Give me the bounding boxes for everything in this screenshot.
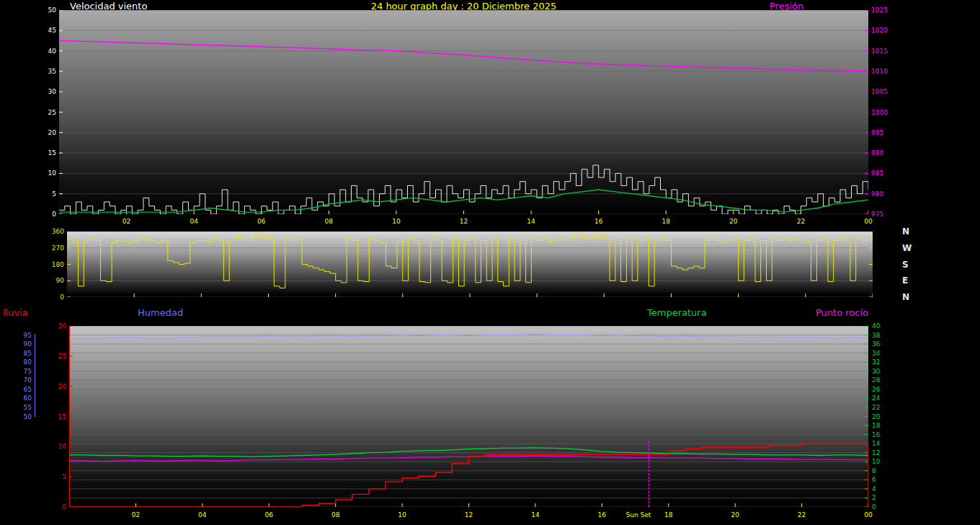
- axis-tick-label: 90: [56, 277, 64, 284]
- axis-tick-label: 10: [48, 169, 56, 177]
- x-tick-label: 00: [864, 511, 872, 519]
- axis-tick-label: 5: [62, 473, 66, 480]
- x-tick-label: 04: [190, 218, 197, 225]
- axis-tick-label: 32: [872, 358, 880, 366]
- axis-tick-label: 1015: [871, 48, 888, 55]
- axis-tick-label: 70: [24, 376, 32, 384]
- axis-tick-label: 24: [872, 394, 880, 402]
- axis-tick-label: 990: [871, 149, 883, 156]
- humidity-label: Humedad: [138, 307, 183, 318]
- axis-tick-label: 36: [872, 340, 880, 348]
- compass-letter: W: [902, 243, 912, 253]
- axis-tick-label: 180: [52, 261, 64, 268]
- axis-tick-label: 15: [58, 413, 66, 420]
- axis-tick-label: 0: [60, 294, 64, 301]
- axis-tick-label: 50: [24, 413, 32, 420]
- compass-letter: S: [902, 260, 909, 270]
- axis-tick-label: 90: [24, 340, 32, 348]
- wind-direction-axis: 360270180900: [40, 231, 64, 297]
- axis-tick-label: 14: [872, 440, 880, 447]
- axis-tick-label: 30: [58, 322, 66, 330]
- axis-tick-label: 95: [24, 332, 32, 339]
- compass-letter: E: [902, 275, 908, 286]
- axis-tick-label: 30: [872, 368, 880, 375]
- wind-direction-chart-canvas: [67, 231, 873, 297]
- axis-tick-label: 8: [872, 467, 876, 475]
- axis-tick-label: 975: [871, 211, 883, 218]
- compass-axis: NWSEN: [902, 231, 914, 297]
- axis-tick-label: 985: [871, 169, 883, 177]
- axis-tick-label: 995: [871, 129, 883, 136]
- axis-tick-label: 5: [52, 190, 56, 198]
- axis-tick-label: 40: [48, 48, 56, 55]
- x-tick-label: 12: [465, 511, 473, 519]
- x-tick-label: 02: [122, 218, 130, 225]
- x-tick-label: 08: [325, 218, 333, 225]
- x-tick-label: 18: [664, 511, 672, 519]
- axis-tick-label: 10: [58, 443, 66, 450]
- x-tick-label: 00: [864, 218, 872, 225]
- axis-tick-label: 28: [872, 376, 880, 384]
- dew-point-label: Punto rocío: [816, 307, 868, 318]
- rain-label: lluvia: [3, 307, 28, 318]
- x-tick-label: 20: [729, 218, 737, 225]
- axis-tick-label: 85: [24, 350, 32, 357]
- axis-tick-label: 35: [48, 68, 56, 75]
- rain-humidity-temp-chart-canvas: [69, 326, 868, 507]
- x-tick-label: 20: [731, 511, 739, 519]
- x-tick-label: 06: [265, 511, 273, 519]
- axis-tick-label: 2: [872, 494, 876, 501]
- axis-tick-label: 12: [872, 449, 880, 456]
- sunset-label: Sun Set: [626, 511, 651, 519]
- axis-tick-label: 270: [52, 244, 64, 252]
- x-tick-label: 12: [460, 218, 468, 225]
- axis-tick-label: 1020: [871, 27, 888, 34]
- axis-tick-label: 0: [872, 503, 876, 511]
- bottom-x-axis: Sun Set 020406081012141618202200: [69, 510, 868, 520]
- temperature-axis: 4038363432302826242220181614121086420: [872, 326, 894, 507]
- axis-tick-label: 1000: [871, 109, 888, 116]
- axis-tick-label: 20: [872, 413, 880, 420]
- rain-humidity-temp-chart: [69, 326, 868, 507]
- x-tick-label: 22: [797, 218, 805, 225]
- axis-tick-label: 45: [48, 27, 56, 34]
- x-tick-label: 04: [198, 511, 206, 519]
- axis-tick-label: 26: [872, 386, 880, 393]
- axis-tick-label: 38: [872, 332, 880, 339]
- x-tick-label: 08: [331, 511, 339, 519]
- humidity-axis: 95908580757065605550: [13, 326, 32, 507]
- axis-tick-label: 18: [872, 422, 880, 429]
- axis-tick-label: 25: [58, 353, 66, 360]
- axis-tick-label: 30: [48, 88, 56, 95]
- x-tick-label: 18: [662, 218, 670, 225]
- axis-tick-label: 1010: [871, 68, 888, 75]
- axis-tick-label: 60: [24, 394, 32, 402]
- axis-tick-label: 980: [871, 190, 883, 198]
- axis-tick-label: 1025: [871, 6, 888, 14]
- wind-pressure-chart-canvas: [59, 10, 868, 214]
- x-tick-label: 10: [398, 511, 406, 519]
- axis-tick-label: 4: [872, 485, 876, 493]
- wind-direction-chart: [67, 231, 873, 297]
- axis-tick-label: 10: [872, 458, 880, 465]
- x-tick-label: 14: [527, 218, 535, 225]
- axis-tick-label: 25: [48, 109, 56, 116]
- axis-tick-label: 360: [52, 228, 64, 235]
- compass-letter: N: [902, 292, 909, 302]
- axis-tick-label: 34: [872, 350, 880, 357]
- x-tick-label: 14: [531, 511, 539, 519]
- rain-axis: 302520151050: [43, 326, 66, 507]
- wind-speed-axis: 50454035302520151050: [27, 10, 56, 214]
- x-tick-label: 16: [598, 511, 606, 519]
- compass-letter: N: [902, 226, 909, 237]
- x-tick-label: 02: [132, 511, 140, 519]
- x-tick-label: 10: [392, 218, 400, 225]
- x-tick-label: 16: [594, 218, 602, 225]
- axis-tick-label: 16: [872, 431, 880, 438]
- axis-tick-label: 40: [872, 322, 880, 330]
- x-tick-label: 06: [257, 218, 265, 225]
- top-x-axis: 020406081012141618202200: [59, 216, 868, 226]
- sunset-marker-line: [649, 441, 649, 507]
- axis-tick-label: 0: [62, 503, 66, 511]
- axis-tick-label: 1005: [871, 88, 888, 95]
